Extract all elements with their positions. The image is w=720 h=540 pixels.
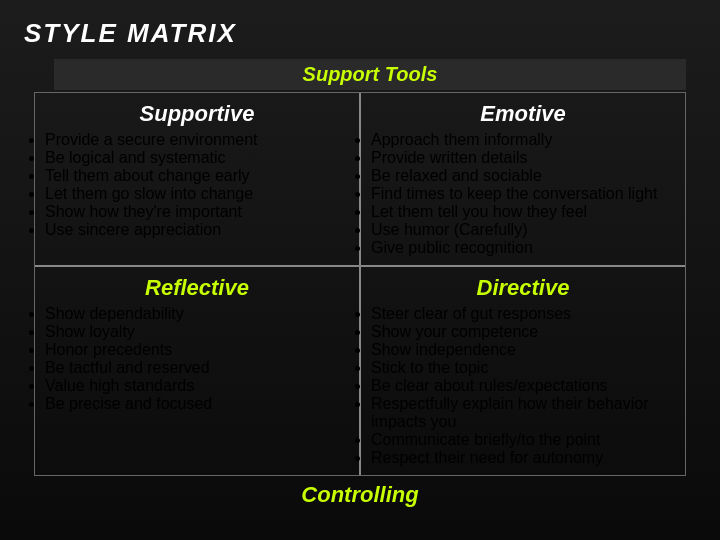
supportive-header: Supportive	[45, 101, 349, 127]
list-item: Be logical and systematic	[45, 149, 349, 167]
bottom-row: Reflective Show dependability Show loyal…	[35, 267, 685, 475]
list-item: Provide a secure environment	[45, 131, 349, 149]
list-item: Stick to the topic	[371, 359, 675, 377]
quadrant-supportive: Supportive Provide a secure environment …	[35, 93, 361, 265]
list-item: Tell them about change early	[45, 167, 349, 185]
grid: Supportive Provide a secure environment …	[34, 92, 686, 476]
list-item: Be tactful and reserved	[45, 359, 349, 377]
quadrant-directive: Directive Steer clear of gut responses S…	[361, 267, 685, 475]
list-item: Be precise and focused	[45, 395, 349, 413]
emotive-header: Emotive	[371, 101, 675, 127]
list-item: Value high standards	[45, 377, 349, 395]
list-item: Communicate briefly/to the point	[371, 431, 675, 449]
directive-header: Directive	[371, 275, 675, 301]
emotive-list: Approach them informally Provide written…	[371, 131, 675, 257]
list-item: Show dependability	[45, 305, 349, 323]
list-item: Be relaxed and sociable	[371, 167, 675, 185]
list-item: Honor precedents	[45, 341, 349, 359]
list-item: Show independence	[371, 341, 675, 359]
list-item: Use sincere appreciation	[45, 221, 349, 239]
list-item: Give public recognition	[371, 239, 675, 257]
quadrant-emotive: Emotive Approach them informally Provide…	[361, 93, 685, 265]
list-item: Let them tell you how they feel	[371, 203, 675, 221]
page: STYLE MATRIX Support Tools Supportive Pr…	[0, 0, 720, 540]
list-item: Steer clear of gut responses	[371, 305, 675, 323]
support-tools-label: Support Tools	[54, 59, 686, 90]
list-item: Respect their need for autonomy	[371, 449, 675, 467]
supportive-list: Provide a secure environment Be logical …	[45, 131, 349, 239]
list-item: Provide written details	[371, 149, 675, 167]
list-item: Be clear about rules/expectations	[371, 377, 675, 395]
list-item: Show loyalty	[45, 323, 349, 341]
list-item: Show how they're important	[45, 203, 349, 221]
list-item: Use humor (Carefully)	[371, 221, 675, 239]
list-item: Approach them informally	[371, 131, 675, 149]
page-title: STYLE MATRIX	[24, 18, 696, 49]
list-item: Show your competence	[371, 323, 675, 341]
controlling-label: Controlling	[24, 482, 696, 508]
reflective-list: Show dependability Show loyalty Honor pr…	[45, 305, 349, 413]
list-item: Find times to keep the conversation ligh…	[371, 185, 675, 203]
reflective-header: Reflective	[45, 275, 349, 301]
directive-list: Steer clear of gut responses Show your c…	[371, 305, 675, 467]
list-item: Let them go slow into change	[45, 185, 349, 203]
top-row: Supportive Provide a secure environment …	[35, 93, 685, 267]
quadrant-reflective: Reflective Show dependability Show loyal…	[35, 267, 361, 475]
list-item: Respectfully explain how their behavior …	[371, 395, 675, 431]
matrix-wrapper: Supportive Provide a secure environment …	[34, 92, 686, 476]
